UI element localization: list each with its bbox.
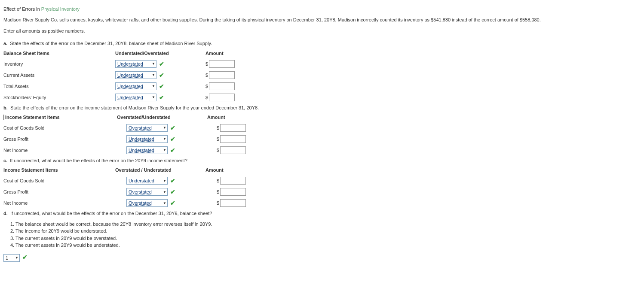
- row-item-label: Cost of Goods Sold: [3, 178, 115, 183]
- table-row: Gross ProfitUnderstated▼✔$: [3, 133, 641, 145]
- chevron-down-icon: ▼: [152, 73, 155, 77]
- chevron-down-icon: ▼: [163, 179, 166, 183]
- check-icon: ✔: [170, 124, 175, 131]
- dollar-sign: $: [217, 148, 219, 153]
- dollar-sign: $: [205, 61, 208, 67]
- header-income-items: Income Statement Items: [5, 115, 117, 120]
- part-a-header: Balance Sheet Items Understated/Overstat…: [3, 51, 641, 56]
- table-row: Gross ProfitOverstated▼✔$: [3, 186, 641, 197]
- header-under-over: Understated/Overstated: [115, 51, 205, 56]
- chevron-down-icon: ▼: [152, 84, 155, 88]
- chevron-down-icon: ▼: [152, 62, 155, 66]
- amount-input[interactable]: [209, 94, 235, 101]
- dollar-sign: $: [205, 73, 208, 78]
- part-b-label: b. State the effects of the error on the…: [3, 105, 641, 111]
- chevron-down-icon: ▼: [163, 148, 166, 152]
- status-select-value: Understated: [129, 178, 154, 183]
- row-item-label: Gross Profit: [3, 136, 115, 142]
- dollar-sign: $: [217, 136, 219, 142]
- check-icon: ✔: [159, 72, 164, 79]
- status-select-value: Understated: [117, 84, 143, 89]
- check-icon: ✔: [170, 177, 175, 184]
- part-d-label: d. If uncorrected, what would be the eff…: [3, 210, 641, 217]
- table-row: Stockholders' EquityUnderstated▼✔$: [3, 92, 641, 103]
- status-select-value: Understated: [117, 95, 143, 100]
- amount-input[interactable]: [209, 60, 235, 68]
- chevron-down-icon: ▼: [152, 95, 155, 99]
- check-icon: ✔: [159, 94, 164, 101]
- row-item-label: Stockholders' Equity: [3, 95, 115, 100]
- check-icon: ✔: [170, 200, 175, 206]
- chevron-down-icon: ▼: [163, 190, 166, 194]
- amount-input[interactable]: [220, 146, 246, 154]
- status-select[interactable]: Understated▼: [126, 177, 168, 185]
- status-select[interactable]: Understated▼: [126, 146, 168, 154]
- intro-paragraph: Madison River Supply Co. sells canoes, k…: [3, 17, 641, 23]
- header-balance-items: Balance Sheet Items: [3, 51, 115, 56]
- status-select[interactable]: Understated▼: [126, 135, 168, 143]
- status-select-value: Overstated: [129, 189, 152, 194]
- table-row: Cost of Goods SoldOverstated▼✔$: [3, 122, 641, 133]
- dollar-sign: $: [217, 189, 219, 194]
- check-icon: ✔: [170, 147, 175, 154]
- check-icon: ✔: [170, 188, 175, 195]
- part-d-answer-value: 1: [6, 255, 8, 261]
- amount-input[interactable]: [209, 71, 235, 79]
- status-select-value: Overstated: [129, 125, 152, 130]
- dollar-sign: $: [217, 178, 219, 183]
- table-row: Net IncomeOverstated▼✔$: [3, 197, 641, 209]
- dollar-sign: $: [217, 125, 219, 130]
- amount-input[interactable]: [209, 82, 235, 90]
- option-text: 2. The income for 20Y9 would be understa…: [10, 227, 641, 235]
- status-select[interactable]: Understated▼: [115, 94, 156, 101]
- status-select-value: Understated: [129, 136, 154, 142]
- chevron-down-icon: ▼: [163, 126, 166, 130]
- amount-input[interactable]: [220, 177, 246, 185]
- table-row: InventoryUnderstated▼✔$: [3, 58, 641, 70]
- row-item-label: Total Assets: [3, 84, 115, 89]
- check-icon: ✔: [22, 254, 28, 261]
- check-icon: ✔: [159, 61, 164, 67]
- check-icon: ✔: [170, 136, 175, 142]
- row-item-label: Inventory: [3, 61, 115, 67]
- dollar-sign: $: [205, 84, 208, 89]
- header-over-under-c: Overstated / Understated: [115, 167, 205, 173]
- status-select[interactable]: Overstated▼: [126, 188, 168, 196]
- chevron-down-icon: ▼: [163, 137, 166, 141]
- title-link[interactable]: Physical Inventory: [41, 6, 80, 12]
- part-b-header: Income Statement Items Overstated/Unders…: [3, 115, 641, 120]
- amount-input[interactable]: [220, 199, 246, 207]
- row-item-label: Gross Profit: [3, 189, 115, 194]
- header-income-items-c: Income Statement Items: [3, 167, 115, 173]
- row-item-label: Cost of Goods Sold: [3, 125, 115, 130]
- chevron-down-icon: ▼: [163, 201, 166, 205]
- dollar-sign: $: [217, 200, 219, 206]
- row-item-label: Net Income: [3, 148, 115, 153]
- status-select[interactable]: Overstated▼: [126, 124, 168, 132]
- header-amount-c: Amount: [205, 167, 257, 173]
- page-title: Effect of Errors in Physical Inventory: [3, 6, 641, 12]
- amount-input[interactable]: [220, 124, 246, 132]
- status-select[interactable]: Overstated▼: [126, 199, 168, 207]
- status-select[interactable]: Understated▼: [115, 71, 156, 79]
- check-icon: ✔: [159, 83, 164, 90]
- instruction: Enter all amounts as positive numbers.: [3, 28, 641, 34]
- part-d-answer-select[interactable]: 1 ▼: [3, 254, 20, 262]
- table-row: Cost of Goods SoldUnderstated▼✔$: [3, 175, 641, 186]
- part-a-label: a. State the effects of the error on the…: [3, 40, 641, 47]
- amount-input[interactable]: [220, 135, 246, 143]
- status-select[interactable]: Understated▼: [115, 60, 156, 68]
- part-c-header: Income Statement Items Overstated / Unde…: [3, 167, 641, 173]
- header-amount-b: Amount: [207, 115, 259, 120]
- table-row: Net IncomeUnderstated▼✔$: [3, 145, 641, 156]
- title-prefix: Effect of Errors in: [3, 6, 41, 12]
- status-select[interactable]: Understated▼: [115, 82, 156, 90]
- option-text: 1. The balance sheet would be correct, b…: [10, 221, 641, 228]
- status-select-value: Understated: [129, 148, 154, 153]
- part-c-label: c. If uncorrected, what would be the eff…: [3, 158, 641, 164]
- part-d-options: 1. The balance sheet would be correct, b…: [10, 221, 641, 249]
- amount-input[interactable]: [220, 188, 246, 196]
- option-text: 4. The current assets in 20Y9 would be u…: [10, 242, 641, 249]
- row-item-label: Net Income: [3, 200, 115, 206]
- row-item-label: Current Assets: [3, 73, 115, 78]
